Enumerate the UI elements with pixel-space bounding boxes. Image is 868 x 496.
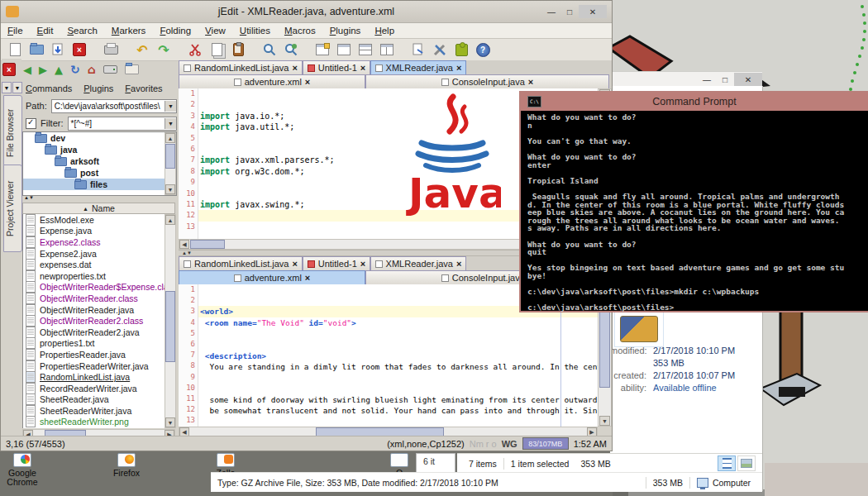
run-buffer-button[interactable] [408, 41, 429, 59]
tab-randomlinkedlist[interactable]: RandomLinkedList.java [179, 60, 303, 74]
file-item[interactable]: Expense2.java [23, 248, 176, 260]
file-item[interactable]: sheetReaderWriter.png [23, 417, 176, 428]
tree-item-java[interactable]: java [23, 144, 176, 155]
file-item[interactable]: SheetReaderWriter.java [23, 405, 176, 417]
explorer-maximize-button[interactable]: □ [716, 73, 734, 86]
print-button[interactable] [100, 41, 122, 59]
browser-up-button[interactable]: ▲ [55, 64, 63, 76]
file-item-open[interactable]: RandomLinkedList.java [23, 371, 176, 383]
file-item[interactable]: SheetReader.java [23, 394, 176, 406]
desktop-icon-firefox[interactable]: Firefox [98, 453, 155, 478]
jedit-close-button[interactable]: ✕ [579, 5, 607, 18]
file-item[interactable]: Expense2.class [23, 236, 176, 248]
file-item[interactable]: ObjectWriterReader.java [23, 304, 176, 316]
browser-home-button[interactable]: ⌂ [88, 63, 96, 76]
filter-dropdown-icon[interactable] [165, 118, 176, 129]
tab-xmlreader-selected[interactable]: XMLReader.java [370, 60, 466, 74]
file-item[interactable]: ObjectWriterReader$Expense.class [23, 282, 176, 293]
browser-roots-button[interactable] [103, 65, 117, 74]
browser-parent-folder-icon[interactable] [125, 64, 139, 74]
menu-view[interactable]: View [205, 26, 226, 36]
redo-button[interactable]: ↷ [153, 41, 174, 59]
explorer-close-button[interactable]: ✕ [734, 73, 762, 86]
name-column-header[interactable]: Name [22, 203, 175, 214]
tab-close-icon[interactable] [305, 273, 310, 283]
tree-item-dev[interactable]: dev [23, 132, 176, 144]
dock-tab-project-viewer[interactable]: Project Viewer [3, 165, 22, 252]
utilities-button[interactable] [429, 41, 451, 59]
path-combo[interactable]: C:\dev\java\arksoft\post\files\ [51, 99, 177, 113]
filter-combo[interactable]: *[^~#] [68, 117, 178, 131]
file-item[interactable]: RecordReaderWriter.java [23, 383, 176, 394]
tab-close-icon[interactable] [360, 259, 365, 269]
path-dropdown-icon[interactable] [165, 101, 176, 112]
paste-button[interactable] [227, 41, 249, 59]
tree-item-files[interactable]: files [23, 179, 176, 190]
menu-help[interactable]: Help [374, 26, 394, 36]
dock-arrow-button[interactable] [2, 82, 12, 93]
file-item[interactable]: EssModel.exe [23, 214, 176, 226]
command-prompt-titlebar[interactable]: C:\ Command Prompt [521, 93, 868, 111]
dock-tab-file-browser[interactable]: File Browser [3, 95, 22, 171]
tree-item-arksoft[interactable]: arksoft [23, 155, 176, 167]
desktop-icon-chrome[interactable]: Google Chrome [0, 453, 51, 487]
tab-close-icon[interactable] [305, 77, 310, 87]
tab-adventure[interactable]: adventure.xml [179, 74, 365, 88]
menu-macros[interactable]: Macros [284, 26, 316, 36]
copy-button[interactable] [206, 41, 227, 59]
new-file-button[interactable] [4, 41, 26, 59]
browser-forward-button[interactable]: ▶ [39, 64, 47, 76]
help-button[interactable] [472, 41, 494, 59]
tab-untitled[interactable]: Untitled-1 [303, 256, 370, 270]
unsplit-button[interactable] [333, 41, 355, 59]
tab-close-icon[interactable] [292, 259, 297, 269]
memory-gauge[interactable]: 83/107MB [522, 437, 569, 450]
tab-consoleinput[interactable]: ConsoleInput.java [365, 74, 609, 88]
browser-menu-commands[interactable]: Commands [26, 83, 72, 93]
tab-close-icon[interactable] [456, 63, 461, 73]
menu-folding[interactable]: Folding [160, 26, 191, 36]
file-list-scrollbar[interactable]: ▲ ▼ [165, 214, 176, 428]
tab-close-icon[interactable] [292, 63, 297, 73]
menu-markers[interactable]: Markers [112, 26, 146, 36]
tree-item-post[interactable]: post [23, 167, 176, 179]
file-item[interactable]: PropertiesReader.java [23, 349, 176, 360]
file-item[interactable]: properties1.txt [23, 338, 176, 350]
split-vertical-button[interactable] [376, 41, 398, 59]
browser-back-button[interactable]: ◀ [23, 64, 31, 76]
browser-menu-favorites[interactable]: Favorites [125, 83, 162, 93]
tab-randomlinkedlist[interactable]: RandomLinkedList.java [179, 256, 303, 270]
close-buffer-button[interactable] [69, 41, 90, 59]
jedit-maximize-button[interactable]: □ [560, 5, 579, 18]
tab-close-icon[interactable] [360, 63, 365, 73]
filter-checkbox[interactable] [26, 118, 36, 129]
plugin-manager-button[interactable] [451, 41, 472, 59]
save-button[interactable] [47, 41, 69, 59]
menu-plugins[interactable]: Plugins [330, 26, 361, 36]
undo-button[interactable]: ↶ [131, 41, 153, 59]
details-view-button[interactable] [718, 455, 736, 471]
file-item[interactable]: PropertiesReaderWriter.java [23, 360, 176, 372]
tab-adventure-selected[interactable]: adventure.xml [179, 270, 365, 284]
open-file-button[interactable] [26, 41, 47, 59]
cut-button[interactable] [184, 41, 206, 59]
file-item[interactable]: Expense.java [23, 226, 176, 237]
thumbnail-view-button[interactable] [737, 455, 756, 471]
new-view-button[interactable] [312, 41, 333, 59]
explorer-minimize-button[interactable]: — [698, 73, 716, 86]
tree-scrollbar[interactable]: ▲ ▼ [165, 132, 176, 195]
find-replace-button[interactable] [280, 41, 302, 59]
split-horizontal-button[interactable] [355, 41, 376, 59]
dock-arrow-button[interactable] [12, 82, 22, 93]
menu-file[interactable]: File [7, 26, 23, 36]
file-item[interactable]: ObjectWriterReader.class [23, 293, 176, 304]
menu-edit[interactable]: Edit [37, 26, 54, 36]
tab-xmlreader[interactable]: XMLReader.java [370, 256, 466, 270]
file-item[interactable]: expenses.dat [23, 259, 176, 270]
jedit-minimize-button[interactable]: — [542, 5, 560, 18]
tab-untitled[interactable]: Untitled-1 [303, 60, 370, 74]
browser-splitter[interactable]: ▲▼ [24, 195, 34, 200]
console-output[interactable]: What do you want to do? n You can't go t… [527, 113, 868, 312]
tab-close-icon[interactable] [528, 77, 533, 87]
file-item[interactable]: newproperties.txt [23, 270, 176, 282]
